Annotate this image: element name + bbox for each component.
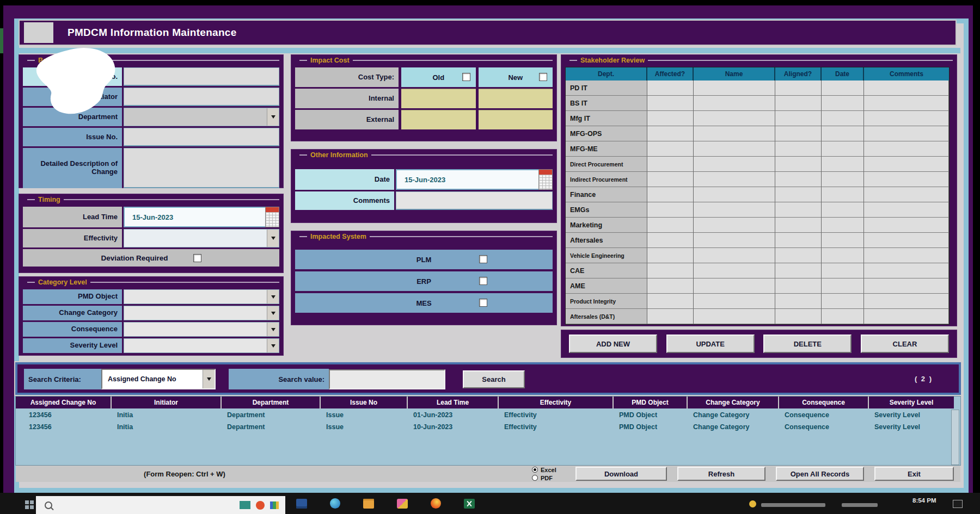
stakeholder-data-cell[interactable]	[822, 263, 864, 278]
department-dropdown[interactable]	[124, 108, 279, 126]
stakeholder-data-cell[interactable]	[647, 96, 694, 111]
pmd-object-dropdown[interactable]	[124, 289, 279, 304]
stakeholder-data-cell[interactable]	[647, 157, 694, 172]
firefox-icon[interactable]	[431, 498, 441, 509]
initiator-input[interactable]	[124, 88, 279, 106]
teams-icon[interactable]	[240, 501, 250, 509]
stakeholder-data-cell[interactable]	[694, 294, 775, 309]
stakeholder-data-cell[interactable]	[694, 218, 775, 233]
stakeholder-data-cell[interactable]	[694, 172, 775, 187]
stakeholder-data-cell[interactable]	[775, 157, 822, 172]
calendar-icon[interactable]	[538, 169, 553, 190]
stakeholder-data-cell[interactable]	[864, 309, 949, 324]
excel-radio[interactable]	[532, 467, 538, 473]
stakeholder-data-cell[interactable]	[647, 187, 694, 202]
stakeholder-data-cell[interactable]	[822, 187, 864, 202]
results-row[interactable]: 123456InitiaDepartmentIssue01-Jun-2023Ef…	[16, 410, 960, 420]
pdf-radio[interactable]	[532, 475, 538, 481]
change-category-dropdown[interactable]	[124, 306, 279, 320]
stakeholder-data-cell[interactable]	[822, 233, 864, 248]
stakeholder-data-cell[interactable]	[822, 96, 864, 111]
tray-window-icon[interactable]	[953, 500, 963, 508]
download-button[interactable]: Download	[575, 467, 667, 481]
internal-new-cost-input[interactable]	[479, 89, 553, 108]
open-all-records-button[interactable]: Open All Records	[776, 467, 864, 481]
stakeholder-data-cell[interactable]	[864, 96, 949, 111]
stakeholder-data-cell[interactable]	[775, 233, 822, 248]
lead-time-input[interactable]: 15-Jun-2023	[124, 207, 279, 227]
stakeholder-data-cell[interactable]	[864, 187, 949, 202]
stakeholder-data-cell[interactable]	[822, 111, 864, 126]
stakeholder-data-cell[interactable]	[822, 202, 864, 218]
stakeholder-data-cell[interactable]	[775, 141, 822, 157]
stakeholder-data-cell[interactable]	[694, 233, 775, 248]
stakeholder-data-cell[interactable]	[647, 278, 694, 294]
stakeholder-data-cell[interactable]	[864, 111, 949, 126]
external-old-cost-input[interactable]	[401, 110, 476, 129]
search-value-input[interactable]	[329, 369, 445, 389]
chevron-down-icon[interactable]	[267, 306, 279, 320]
stakeholder-data-cell[interactable]	[864, 278, 949, 294]
stakeholder-data-cell[interactable]	[775, 172, 822, 187]
stakeholder-data-cell[interactable]	[822, 80, 864, 96]
detailed-description-input[interactable]	[124, 148, 279, 188]
stakeholder-data-cell[interactable]	[694, 187, 775, 202]
stakeholder-data-cell[interactable]	[775, 126, 822, 141]
refresh-button[interactable]: Refresh	[677, 467, 765, 481]
search-button[interactable]: Search	[463, 370, 525, 388]
consequence-dropdown[interactable]	[124, 322, 279, 337]
stakeholder-data-cell[interactable]	[647, 309, 694, 324]
word-icon[interactable]	[296, 499, 307, 509]
taskbar-search-box[interactable]	[36, 496, 285, 514]
stakeholder-data-cell[interactable]	[775, 218, 822, 233]
edge-browser-icon[interactable]	[330, 498, 340, 509]
stakeholder-data-cell[interactable]	[647, 294, 694, 309]
stakeholder-data-cell[interactable]	[775, 80, 822, 96]
chevron-down-icon[interactable]	[267, 323, 279, 336]
stakeholder-data-cell[interactable]	[694, 309, 775, 324]
plm-checkbox[interactable]	[479, 255, 487, 263]
old-cost-checkbox[interactable]	[462, 73, 470, 81]
stakeholder-data-cell[interactable]	[775, 263, 822, 278]
stakeholder-data-cell[interactable]	[647, 141, 694, 157]
browser-swirl-icon[interactable]	[256, 501, 265, 510]
external-new-cost-input[interactable]	[479, 110, 553, 129]
file-explorer-icon[interactable]	[363, 499, 374, 509]
stakeholder-data-cell[interactable]	[775, 187, 822, 202]
stakeholder-data-cell[interactable]	[694, 141, 775, 157]
stakeholder-data-cell[interactable]	[864, 141, 949, 157]
results-scrollbar[interactable]	[951, 410, 959, 465]
stakeholder-data-cell[interactable]	[864, 172, 949, 187]
stakeholder-data-cell[interactable]	[694, 96, 775, 111]
stakeholder-data-cell[interactable]	[647, 111, 694, 126]
chevron-down-icon[interactable]	[267, 230, 279, 247]
stakeholder-data-cell[interactable]	[775, 278, 822, 294]
app-icon-pink[interactable]	[397, 499, 408, 509]
stakeholder-data-cell[interactable]	[694, 80, 775, 96]
chevron-down-icon[interactable]	[267, 290, 279, 304]
date-input[interactable]: 15-Jun-2023	[396, 169, 553, 190]
excel-icon[interactable]	[464, 499, 475, 509]
exit-button[interactable]: Exit	[874, 467, 954, 481]
stakeholder-data-cell[interactable]	[694, 263, 775, 278]
start-button-icon[interactable]	[25, 500, 29, 504]
chevron-down-icon[interactable]	[267, 339, 279, 352]
stakeholder-data-cell[interactable]	[864, 218, 949, 233]
erp-checkbox[interactable]	[479, 277, 487, 285]
stakeholder-data-cell[interactable]	[694, 278, 775, 294]
stakeholder-data-cell[interactable]	[647, 202, 694, 218]
stakeholder-data-cell[interactable]	[864, 233, 949, 248]
stakeholder-data-cell[interactable]	[822, 218, 864, 233]
deviation-required-checkbox[interactable]	[193, 254, 201, 262]
stakeholder-data-cell[interactable]	[864, 263, 949, 278]
chevron-down-icon[interactable]	[203, 370, 215, 388]
stakeholder-data-cell[interactable]	[775, 111, 822, 126]
stakeholder-data-cell[interactable]	[864, 202, 949, 218]
results-row[interactable]: 123456InitiaDepartmentIssue10-Jun-2023Ef…	[16, 422, 960, 432]
stakeholder-data-cell[interactable]	[822, 248, 864, 263]
comments-input[interactable]	[396, 191, 553, 210]
stakeholder-data-cell[interactable]	[822, 126, 864, 141]
stakeholder-data-cell[interactable]	[694, 248, 775, 263]
search-criteria-dropdown[interactable]: Assigned Change No	[101, 369, 216, 389]
delete-button[interactable]: DELETE	[763, 335, 852, 353]
